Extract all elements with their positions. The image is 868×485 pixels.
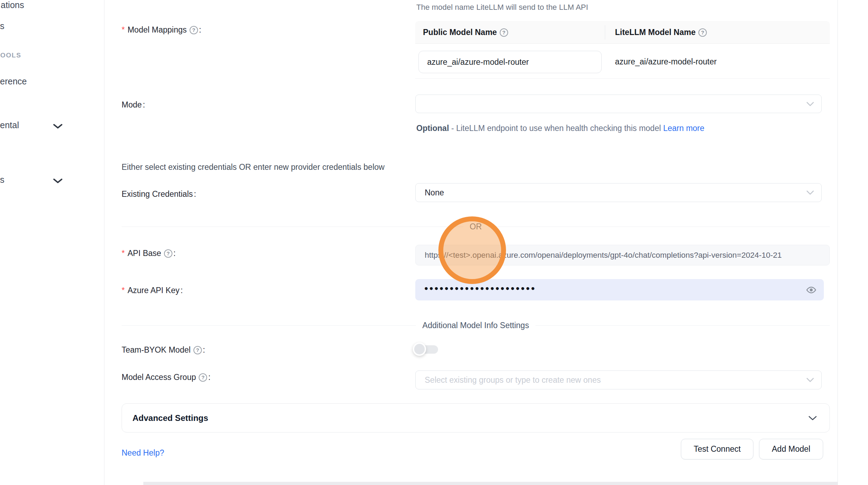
credentials-note: Either select existing credentials OR en… [122, 162, 384, 172]
mode-select[interactable] [415, 95, 822, 113]
help-icon[interactable]: ? [500, 28, 508, 37]
chevron-down-icon [806, 101, 814, 106]
sidebar: ations s TOOLS erence ental s [0, 0, 104, 485]
masked-api-key: •••••••••••••••••••••• [424, 283, 536, 294]
litellm-model-name-help: The model name LiteLLM will send to the … [416, 3, 588, 12]
card-right-border [838, 0, 838, 485]
chevron-down-icon[interactable] [53, 178, 63, 184]
help-icon[interactable]: ? [199, 373, 207, 382]
team-byok-label: Team-BYOK Model ? : [122, 345, 205, 355]
public-model-name-header: Public Model Name ? [423, 21, 508, 44]
test-connect-button[interactable]: Test Connect [681, 439, 753, 459]
help-icon[interactable]: ? [193, 346, 202, 354]
advanced-settings-panel[interactable]: Advanced Settings [122, 403, 830, 432]
model-access-group-label: Model Access Group ? : [122, 373, 211, 382]
azure-api-key-label: * Azure API Key : [122, 286, 183, 295]
chevron-down-icon [808, 415, 818, 421]
litellm-model-name-value: azure_ai/azure-model-router [615, 57, 717, 67]
existing-credentials-select[interactable]: None [415, 183, 822, 202]
learn-more-link[interactable]: Learn more [663, 124, 704, 133]
existing-credentials-label: Existing Credentials : [122, 189, 196, 199]
need-help-link[interactable]: Need Help? [122, 448, 164, 458]
model-access-group-select[interactable]: Select existing groups or type to create… [415, 370, 822, 389]
sidebar-section-tools: TOOLS [0, 51, 21, 59]
sidebar-item-experimental[interactable]: ental [0, 120, 19, 130]
api-base-label: * API Base ? : [122, 249, 176, 258]
required-asterisk: * [122, 249, 125, 258]
chevron-down-icon[interactable] [53, 123, 63, 130]
public-model-name-input[interactable]: azure_ai/azure-model-router [418, 51, 602, 73]
chevron-down-icon [806, 377, 814, 383]
required-asterisk: * [122, 25, 125, 35]
sidebar-item-1[interactable]: s [0, 21, 5, 31]
sidebar-item-settings[interactable]: s [0, 175, 5, 185]
azure-api-key-input[interactable]: •••••••••••••••••••••• [415, 279, 824, 300]
model-mappings-label: * Model Mappings ? : [122, 25, 201, 35]
column-divider [605, 25, 605, 40]
model-access-group-placeholder: Select existing groups or type to create… [425, 375, 601, 385]
model-mapping-row: azure_ai/azure-model-router azure_ai/azu… [415, 44, 830, 79]
api-base-input[interactable]: https://<test>.openai.azure.com/openai/d… [415, 245, 830, 265]
required-asterisk: * [122, 286, 125, 295]
or-divider: OR [122, 222, 830, 231]
add-model-page: ations s TOOLS erence ental s The model … [0, 0, 868, 485]
add-model-button[interactable]: Add Model [759, 439, 823, 459]
card-bottom-edge [143, 482, 838, 485]
litellm-model-name-header: LiteLLM Model Name ? [615, 21, 707, 44]
help-icon[interactable]: ? [698, 28, 707, 37]
sidebar-item-inference[interactable]: erence [0, 76, 27, 86]
help-icon[interactable]: ? [164, 249, 172, 258]
model-mappings-table-header: Public Model Name ? LiteLLM Model Name ? [415, 21, 830, 44]
chevron-down-icon [806, 190, 814, 195]
advanced-settings-title: Advanced Settings [132, 413, 208, 423]
sidebar-item-organizations[interactable]: ations [1, 0, 24, 10]
additional-settings-divider: Additional Model Info Settings [122, 321, 830, 330]
help-icon[interactable]: ? [190, 26, 198, 34]
eye-icon[interactable] [806, 284, 817, 296]
mode-help-text: Optional - LiteLLM endpoint to use when … [416, 121, 708, 135]
mode-label: Mode : [122, 100, 145, 110]
team-byok-toggle-knob[interactable] [413, 342, 426, 356]
